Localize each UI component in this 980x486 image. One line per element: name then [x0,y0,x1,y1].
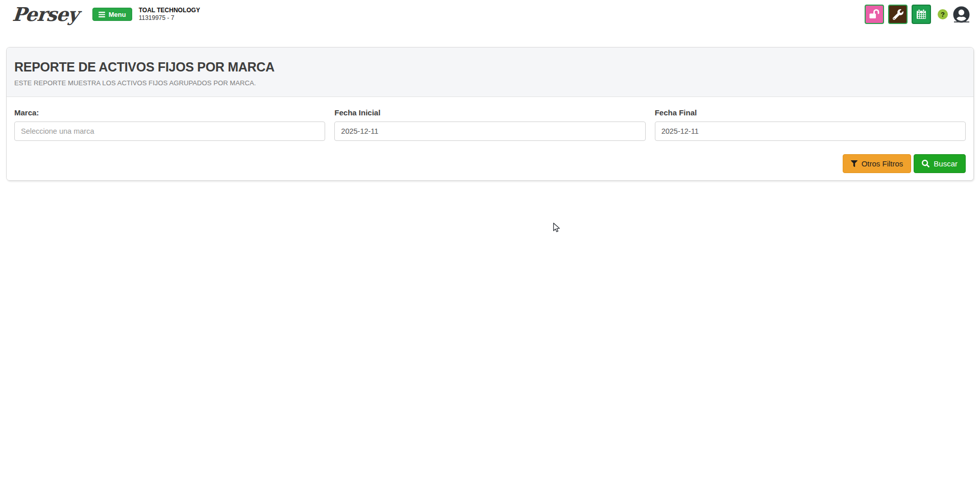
buscar-label: Buscar [934,159,958,168]
question-mark-icon: ? [941,11,945,18]
marca-input[interactable] [14,121,325,141]
menu-button-label: Menu [109,11,126,18]
report-panel-header: REPORTE DE ACTIVOS FIJOS POR MARCA ESTE … [7,47,973,97]
otros-filtros-label: Otros Filtros [862,159,903,168]
user-avatar-icon [953,6,970,23]
marca-label: Marca: [14,108,325,117]
avatar-underline [954,21,969,22]
otros-filtros-button[interactable]: Otros Filtros [843,154,912,173]
page-title: REPORTE DE ACTIVOS FIJOS POR MARCA [14,59,966,75]
report-panel-body: Marca: Fecha Inicial Fecha Final Otros F [7,97,973,180]
fecha-inicial-field-group: Fecha Inicial [334,108,645,141]
actions-row: Otros Filtros Buscar [14,154,966,173]
wrench-icon [893,9,903,20]
fecha-inicial-label: Fecha Inicial [334,108,645,117]
hamburger-icon [99,12,105,17]
company-id: 11319975 - 7 [139,14,200,22]
buscar-button[interactable]: Buscar [914,154,966,173]
filter-icon [851,160,857,167]
calendar-icon [915,8,927,20]
company-info: TOAL TECHNOLOGY 11319975 - 7 [139,7,200,22]
fecha-final-label: Fecha Final [655,108,966,117]
app-logo[interactable]: Persey [12,5,79,24]
filter-fields-row: Marca: Fecha Inicial Fecha Final [14,108,966,141]
report-panel: REPORTE DE ACTIVOS FIJOS POR MARCA ESTE … [6,47,974,181]
fecha-final-input[interactable] [655,121,966,141]
top-bar: Persey Menu TOAL TECHNOLOGY 11319975 - 7 [0,0,980,29]
menu-button[interactable]: Menu [92,8,132,21]
marca-field-group: Marca: [14,108,325,141]
calendar-button[interactable] [912,5,931,24]
help-button[interactable]: ? [938,9,948,19]
unlock-icon [868,8,880,20]
company-name: TOAL TECHNOLOGY [139,7,200,14]
tools-button[interactable] [888,5,908,24]
fecha-final-field-group: Fecha Final [655,108,966,141]
user-avatar-button[interactable] [953,6,970,22]
fecha-inicial-input[interactable] [334,121,645,141]
page-subtitle: ESTE REPORTE MUESTRA LOS ACTIVOS FIJOS A… [14,79,966,87]
search-icon [922,160,929,167]
mouse-cursor [553,223,561,236]
unlock-button[interactable] [865,5,884,24]
